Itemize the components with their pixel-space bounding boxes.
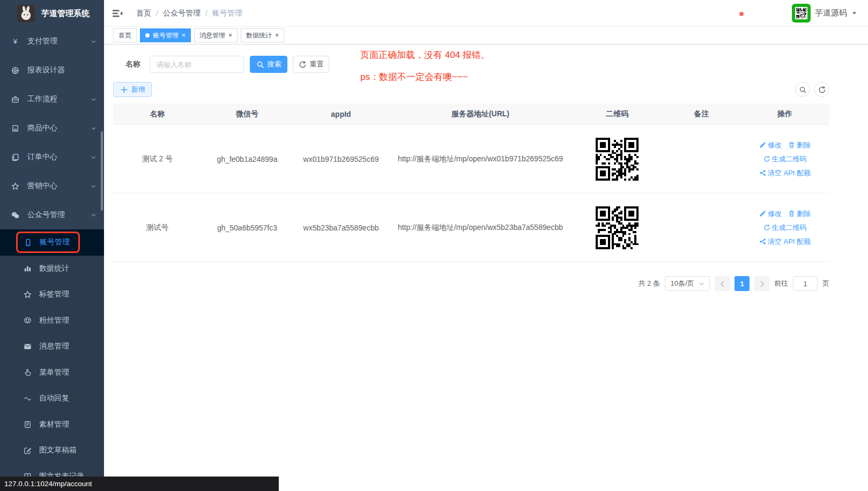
refresh-table-button[interactable] <box>814 82 829 97</box>
tab-label: 数据统计 <box>246 31 272 40</box>
sidebar-item-label: 报表设计器 <box>27 65 65 75</box>
sidebar-item-工作流程[interactable]: 工作流程 <box>0 85 104 114</box>
name-field-label: 名称 <box>125 59 147 69</box>
font-size-icon[interactable]: TT <box>779 12 781 14</box>
add-button[interactable]: 新增 <box>113 82 152 97</box>
trash-icon <box>788 210 795 217</box>
action-修改[interactable]: 修改 <box>759 209 782 219</box>
action-删除[interactable]: 删除 <box>788 140 811 150</box>
sidebar-subitem-数据统计[interactable]: 数据统计 <box>0 256 104 282</box>
breadcrumb-current: 账号管理 <box>212 9 242 18</box>
sidebar-item-营销中心[interactable]: 营销中心 <box>0 172 104 200</box>
sidebar-item-报表设计器[interactable]: 报表设计器 <box>0 56 104 85</box>
qr-code <box>596 206 639 249</box>
chevron-down-icon <box>91 183 97 189</box>
notification-badge-dot <box>739 12 744 16</box>
sidebar-item-商品中心[interactable]: 商品中心 <box>0 114 104 143</box>
goto-label: 前往 <box>774 279 788 288</box>
action-生成二维码[interactable]: 生成二维码 <box>763 154 807 164</box>
tab-消息管理[interactable]: 消息管理× <box>194 28 238 42</box>
sidebar-scrollbar[interactable] <box>101 131 103 211</box>
user-menu[interactable]: 芋道源码 <box>792 4 857 23</box>
qr-code <box>596 138 639 181</box>
sidebar-subitem-消息管理[interactable]: 消息管理 <box>0 333 104 360</box>
next-page-button[interactable] <box>754 276 769 291</box>
sidebar-collapse-icon[interactable] <box>109 5 125 21</box>
sidebar-subitem-粉丝管理[interactable]: 粉丝管理 <box>0 308 104 334</box>
name-search-input[interactable] <box>150 56 244 73</box>
actions-cell: 修改删除生成二维码清空 API 配额 <box>740 125 829 193</box>
refresh-icon <box>818 86 826 94</box>
briefcase-icon <box>11 95 19 103</box>
goto-page-input[interactable] <box>793 276 818 291</box>
sidebar-subitem-label: 消息管理 <box>39 341 69 351</box>
page-size-select[interactable]: 10条/页 <box>665 276 710 291</box>
sidebar-subitem-label: 账号管理 <box>40 237 70 247</box>
message-icon[interactable] <box>740 12 743 14</box>
sidebar: 芋道管理系统 ¥支付管理报表设计器工作流程商品中心订单中心营销中心公众号管理账号… <box>0 0 104 491</box>
tab-close-icon[interactable]: × <box>275 32 279 39</box>
action-label: 删除 <box>797 209 811 219</box>
sidebar-subitem-标签管理[interactable]: 标签管理 <box>0 281 104 308</box>
sidebar-item-label: 营销中心 <box>27 181 57 191</box>
sidebar-subitem-label: 菜单管理 <box>39 368 69 377</box>
document-icon <box>11 153 19 161</box>
user-avatar-qr <box>795 7 807 19</box>
refresh-icon <box>763 224 770 231</box>
tab-close-icon[interactable]: × <box>182 32 186 39</box>
wechat-id-cell: gh_fe0b1a24899a <box>202 125 293 193</box>
sidebar-subitem-账号管理[interactable]: 账号管理 <box>0 229 104 256</box>
app-id-cell: wx5b23ba7a5589ecbb <box>293 194 389 262</box>
column-header-操作: 操作 <box>740 103 829 124</box>
sidebar-subitem-label: 素材管理 <box>39 420 69 429</box>
tab-账号管理[interactable]: 账号管理× <box>140 28 191 42</box>
caret-down-icon <box>851 10 857 16</box>
sidebar-item-支付管理[interactable]: ¥支付管理 <box>0 27 104 56</box>
share-icon <box>759 169 766 176</box>
action-label: 清空 API 配额 <box>768 168 811 178</box>
column-header-appId: appId <box>293 103 389 124</box>
action-修改[interactable]: 修改 <box>759 140 782 150</box>
tab-首页[interactable]: 首页 <box>113 28 137 42</box>
search-icon[interactable] <box>731 12 733 14</box>
search-button[interactable]: 搜索 <box>250 56 287 73</box>
page-number-button[interactable]: 1 <box>735 276 750 291</box>
app-window: 芋道管理系统 ¥支付管理报表设计器工作流程商品中心订单中心营销中心公众号管理账号… <box>0 0 868 491</box>
sidebar-subitem-自动回复[interactable]: 自动回复 <box>0 385 104 412</box>
github-icon[interactable] <box>750 12 752 14</box>
sidebar-item-公众号管理[interactable]: 公众号管理 <box>0 200 104 229</box>
table-row: 测试号gh_50a6b5957fc3wx5b23ba7a5589ecbbhttp… <box>113 194 829 262</box>
app-logo[interactable]: 芋道管理系统 <box>0 0 104 27</box>
sidebar-subitem-label: 数据统计 <box>39 264 69 273</box>
server-url-cell: http://服务端地址/mp/open/wx01b971b269525c69 <box>389 125 572 193</box>
action-生成二维码[interactable]: 生成二维码 <box>763 223 807 233</box>
action-删除[interactable]: 删除 <box>788 209 811 219</box>
tab-数据统计[interactable]: 数据统计× <box>241 28 284 42</box>
tab-close-icon[interactable]: × <box>228 32 232 39</box>
action-清空 API 配额[interactable]: 清空 API 配额 <box>759 237 811 247</box>
sidebar-subitem-素材管理[interactable]: 素材管理 <box>0 412 104 438</box>
reset-button[interactable]: 重置 <box>293 56 329 73</box>
plus-icon <box>120 86 128 94</box>
breadcrumb-home[interactable]: 首页 <box>136 9 151 18</box>
qr-code-cell <box>572 125 663 193</box>
sidebar-subitem-图文草稿箱[interactable]: 图文草稿箱 <box>0 437 104 464</box>
sidebar-item-订单中心[interactable]: 订单中心 <box>0 143 104 172</box>
action-label: 清空 API 配额 <box>768 237 811 247</box>
prev-page-button[interactable] <box>715 276 730 291</box>
action-清空 API 配额[interactable]: 清空 API 配额 <box>759 168 811 178</box>
help-icon[interactable]: ? <box>760 12 762 14</box>
envelope-icon <box>24 343 32 351</box>
tab-label: 消息管理 <box>199 31 225 40</box>
toggle-search-button[interactable] <box>795 82 810 97</box>
edit-pen-icon <box>759 210 766 217</box>
chevron-down-icon <box>699 281 704 287</box>
sidebar-item-label: 工作流程 <box>27 94 57 104</box>
user-name: 芋道源码 <box>815 8 847 18</box>
action-label: 删除 <box>797 140 811 150</box>
fullscreen-icon[interactable] <box>769 12 771 14</box>
breadcrumb-mp[interactable]: 公众号管理 <box>163 9 201 18</box>
sidebar-subitem-菜单管理[interactable]: 菜单管理 <box>0 360 104 386</box>
action-label: 修改 <box>768 209 782 219</box>
sidebar-submenu: 账号管理数据统计标签管理粉丝管理消息管理菜单管理自动回复素材管理图文草稿箱图文发… <box>0 229 104 489</box>
